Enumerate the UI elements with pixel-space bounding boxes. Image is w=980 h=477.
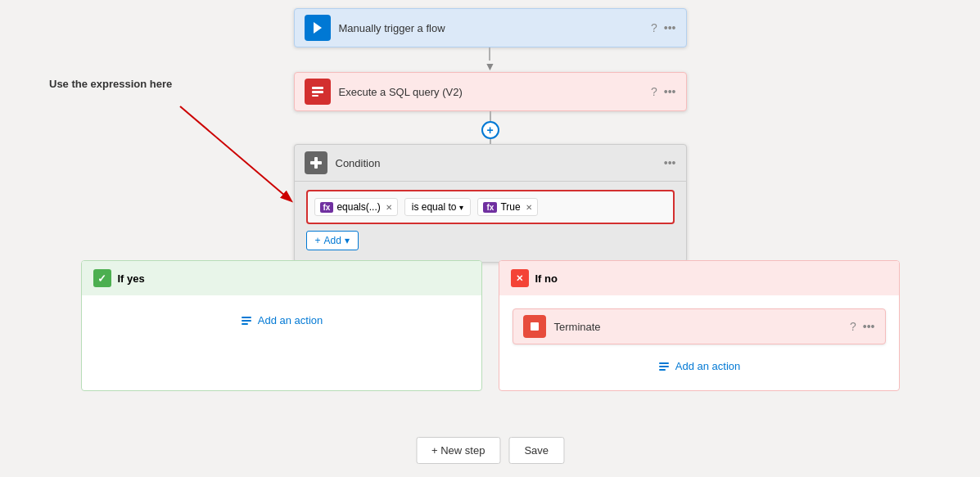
fx-badge-left: fx xyxy=(320,202,334,213)
expr-left-tag[interactable]: fx equals(...) ✕ xyxy=(314,198,398,216)
svg-marker-2 xyxy=(314,22,322,34)
svg-rect-13 xyxy=(659,366,669,367)
panel-no-body: Terminate ? ••• Add an action xyxy=(499,295,899,390)
yes-add-action-label: Add an action xyxy=(258,314,323,326)
x-icon: ✕ xyxy=(511,269,529,287)
annotation-arrow xyxy=(49,82,311,213)
terminate-help-icon[interactable]: ? xyxy=(850,320,856,333)
svg-rect-7 xyxy=(314,157,318,169)
fx-badge-right: fx xyxy=(483,202,497,213)
sql-help-icon[interactable]: ? xyxy=(651,85,657,98)
svg-rect-10 xyxy=(242,323,248,325)
condition-body: fx equals(...) ✕ is equal to ▾ fx True ✕ xyxy=(295,182,686,262)
svg-rect-14 xyxy=(659,369,666,371)
operator-dropdown[interactable]: is equal to ▾ xyxy=(404,198,472,216)
terminate-block[interactable]: Terminate ? ••• xyxy=(513,308,886,344)
svg-rect-4 xyxy=(312,91,323,93)
svg-rect-8 xyxy=(242,317,251,318)
new-step-button[interactable]: + New step xyxy=(416,437,500,464)
connector-plus: + xyxy=(481,111,499,144)
terminate-title: Terminate xyxy=(554,321,850,333)
trigger-block[interactable]: Manually trigger a flow ? ••• xyxy=(294,8,687,47)
trigger-title: Manually trigger a flow xyxy=(339,22,651,34)
flow-center: Manually trigger a flow ? ••• ▼ Execute … xyxy=(294,8,687,263)
svg-rect-11 xyxy=(531,322,539,331)
save-button[interactable]: Save xyxy=(508,437,564,464)
condition-row: fx equals(...) ✕ is equal to ▾ fx True ✕ xyxy=(306,190,675,224)
operator-text: is equal to xyxy=(412,201,457,213)
expr-left-text: equals(...) xyxy=(336,201,380,213)
plus-icon: + xyxy=(315,235,321,246)
sql-actions: ? ••• xyxy=(651,85,676,98)
expr-left-close[interactable]: ✕ xyxy=(386,203,392,212)
canvas: Use the expression here Manually trigger… xyxy=(0,0,980,477)
bottom-bar: + New step Save xyxy=(416,437,564,464)
add-chevron-icon: ▾ xyxy=(345,235,350,246)
checkmark-icon: ✓ xyxy=(93,269,111,287)
panel-no-header: ✕ If no xyxy=(499,261,899,295)
panel-yes: ✓ If yes Add an action xyxy=(81,260,482,391)
panel-yes-body: Add an action xyxy=(82,295,481,344)
arrow-head-1: ▼ xyxy=(485,61,496,72)
svg-rect-12 xyxy=(659,362,669,364)
sql-title: Execute a SQL query (V2) xyxy=(339,86,651,98)
trigger-help-icon[interactable]: ? xyxy=(651,21,657,34)
condition-icon xyxy=(305,151,327,174)
annotation: Use the expression here xyxy=(49,78,172,90)
panel-yes-title: If yes xyxy=(118,272,145,285)
expr-right-text: True xyxy=(500,201,520,213)
yes-add-action-button[interactable]: Add an action xyxy=(232,308,332,331)
condition-title: Condition xyxy=(336,157,664,169)
terminate-actions: ? ••• xyxy=(850,320,875,333)
terminate-more-icon[interactable]: ••• xyxy=(863,320,875,333)
no-add-action-button[interactable]: Add an action xyxy=(649,354,749,377)
plus-line-bottom xyxy=(490,139,491,144)
sql-more-icon[interactable]: ••• xyxy=(664,85,676,98)
condition-block: Condition ••• fx equals(...) ✕ is equal … xyxy=(294,144,687,263)
connector-line-1 xyxy=(489,47,490,61)
terminate-icon xyxy=(523,315,546,338)
plus-line-top xyxy=(490,111,491,121)
svg-rect-5 xyxy=(312,95,318,97)
condition-more-icon[interactable]: ••• xyxy=(664,156,676,169)
yes-add-icon xyxy=(240,313,253,326)
panel-no-title: If no xyxy=(535,272,558,285)
condition-add-button[interactable]: + Add ▾ xyxy=(306,231,359,250)
expr-right-close[interactable]: ✕ xyxy=(526,203,532,212)
no-add-action-label: Add an action xyxy=(675,360,741,372)
svg-rect-3 xyxy=(312,87,323,89)
add-label: Add xyxy=(324,235,341,246)
trigger-icon xyxy=(305,15,331,41)
panel-yes-header: ✓ If yes xyxy=(82,261,481,295)
sql-block[interactable]: Execute a SQL query (V2) ? ••• xyxy=(294,72,687,111)
trigger-actions: ? ••• xyxy=(651,21,676,34)
sql-icon xyxy=(305,79,331,105)
svg-rect-9 xyxy=(242,320,251,322)
panel-no: ✕ If no Terminate ? ••• xyxy=(499,260,900,391)
annotation-text: Use the expression here xyxy=(49,78,172,90)
panels-row: ✓ If yes Add an action ✕ If no xyxy=(81,260,900,391)
add-step-circle[interactable]: + xyxy=(481,121,499,139)
condition-header: Condition ••• xyxy=(295,145,686,182)
expr-right-tag[interactable]: fx True ✕ xyxy=(477,198,537,216)
connector-1: ▼ xyxy=(485,47,496,72)
svg-line-1 xyxy=(180,106,291,200)
no-add-icon xyxy=(657,359,671,372)
chevron-down-icon: ▾ xyxy=(459,203,463,212)
trigger-more-icon[interactable]: ••• xyxy=(664,21,676,34)
